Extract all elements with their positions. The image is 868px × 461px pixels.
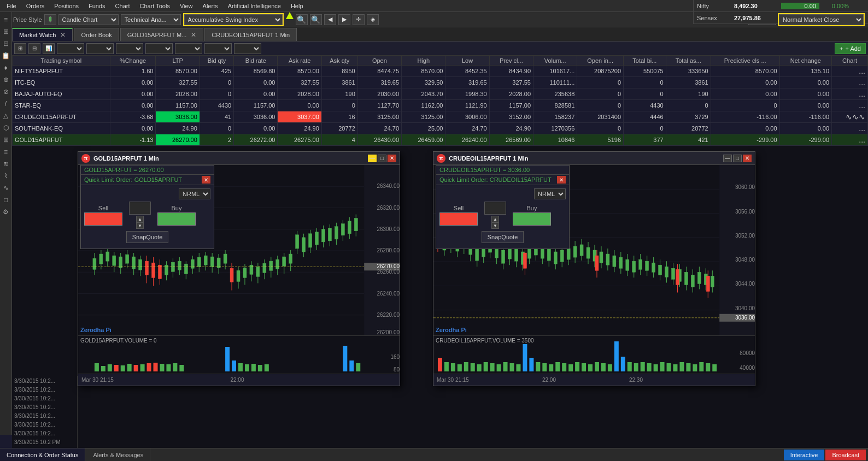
wl-select-5[interactable]: [175, 43, 202, 54]
gold-qty-up[interactable]: ▲: [136, 216, 144, 222]
sidebar-icon-16[interactable]: □: [1, 194, 11, 205]
gold-chart-body: GOLD15APRFUT = 26270.00 Quick Limit Orde…: [78, 165, 400, 386]
wl-btn-3[interactable]: 📊: [43, 43, 55, 54]
crude-chart-maximize-btn[interactable]: □: [733, 155, 742, 162]
crude-qty-down[interactable]: ▼: [491, 222, 499, 229]
menu-funds[interactable]: Funds: [84, 2, 110, 10]
wl-select-6[interactable]: [204, 43, 232, 54]
svg-rect-287: [706, 363, 710, 371]
wl-select-4[interactable]: [145, 43, 173, 54]
crude-snapquote-btn[interactable]: SnapQuote: [482, 231, 524, 243]
sidebar-icon-12[interactable]: ≡: [1, 146, 11, 157]
sidebar-icon-7[interactable]: ⊘: [1, 86, 11, 97]
menu-chart-tools[interactable]: Chart Tools: [135, 2, 174, 10]
table-row[interactable]: SOUTHBANK-EQ0.0024.9000.0024.902077224.7…: [13, 123, 868, 134]
sidebar-icon-1[interactable]: ≡: [1, 14, 11, 25]
tab-market-watch[interactable]: Market Watch ✕: [12, 28, 73, 41]
zoom-out-btn[interactable]: 🔍: [310, 14, 322, 25]
gold-snapquote-btn[interactable]: SnapQuote: [126, 231, 169, 243]
add-symbol-button[interactable]: + + Add: [835, 43, 866, 54]
technical-analysis-select[interactable]: Technical Ana...: [121, 14, 181, 25]
svg-rect-276: [634, 363, 638, 371]
crude-qty-up[interactable]: ▲: [491, 216, 499, 222]
sidebar-icon-15[interactable]: ∿: [1, 182, 11, 193]
menu-positions[interactable]: Positions: [50, 2, 83, 10]
tab-gold[interactable]: GOLD15APRFUT M... ✕: [120, 28, 204, 41]
prev-btn[interactable]: ◀: [324, 14, 336, 25]
broadcast-button[interactable]: Broadcast: [825, 450, 866, 460]
tab-market-watch-close[interactable]: ✕: [60, 31, 66, 39]
crude-qty-input[interactable]: 1: [484, 202, 506, 215]
table-cell: -116.00: [711, 111, 779, 123]
sidebar-icon-2[interactable]: ⊞: [1, 26, 11, 37]
sidebar-icon-17[interactable]: ⚙: [1, 206, 11, 217]
gold-chart-minimize-btn[interactable]: —: [368, 155, 377, 162]
table-cell: 319.65: [357, 77, 401, 88]
svg-rect-18: [113, 256, 116, 265]
interactive-button[interactable]: Interactive: [784, 450, 825, 460]
sidebar-icon-8[interactable]: /: [1, 98, 11, 109]
chart-type-select[interactable]: Candle Chart: [58, 14, 119, 25]
crude-buy-price-input[interactable]: 3037.00: [513, 212, 551, 226]
crude-order-type-select[interactable]: NRML: [534, 188, 566, 199]
table-cell: 8570.00: [402, 66, 445, 77]
col-total-ask: Total as...: [666, 56, 711, 66]
menu-file[interactable]: File: [2, 2, 21, 10]
gold-qty-input[interactable]: 1: [129, 202, 151, 215]
menu-view[interactable]: View: [175, 2, 197, 10]
indicator-select[interactable]: Accumulative Swing Index: [184, 14, 283, 25]
sidebar-icon-5[interactable]: ♦: [1, 62, 11, 73]
svg-text:3060.00: 3060.00: [735, 184, 755, 190]
svg-rect-262: [542, 363, 547, 371]
sidebar-icon-6[interactable]: ⊕: [1, 74, 11, 85]
crude-chart-logo: π: [437, 154, 445, 163]
bottom-tab-connection[interactable]: Connection & Order Status: [0, 448, 85, 462]
tab-order-book[interactable]: Order Book: [74, 28, 119, 41]
wl-btn-2[interactable]: ⊟: [28, 43, 40, 54]
sidebar-icon-11[interactable]: ⊞: [1, 134, 11, 145]
table-row[interactable]: NIFTY15APRFUT1.608570.004258569.808570.0…: [13, 66, 868, 77]
menu-ai[interactable]: Artificial Intelligence: [224, 2, 285, 10]
sidebar-icon-13[interactable]: ≋: [1, 158, 11, 169]
next-btn[interactable]: ▶: [338, 14, 350, 25]
crude-chart-minimize-btn[interactable]: —: [723, 155, 732, 162]
table-cell: 3125.00: [402, 111, 445, 123]
zoom-in-btn[interactable]: 🔍: [296, 14, 308, 25]
magnet-btn[interactable]: ◈: [367, 14, 379, 25]
wl-select-1[interactable]: [57, 43, 84, 54]
gold-chart-close-btn[interactable]: ✕: [388, 155, 396, 162]
menu-alerts[interactable]: Alerts: [198, 2, 222, 10]
crude-chart-close-btn[interactable]: ✕: [743, 155, 752, 162]
sidebar-icon-3[interactable]: ⊟: [1, 38, 11, 49]
gold-buy-price-input[interactable]: 26275.00: [157, 212, 196, 226]
gold-order-type-select[interactable]: NRML: [179, 188, 210, 199]
wl-select-7[interactable]: [234, 43, 261, 54]
gold-chart-maximize-btn[interactable]: □: [378, 155, 386, 162]
table-row[interactable]: BAJAJ-AUTO-EQ0.002028.0000.002028.001902…: [13, 88, 868, 100]
gold-sell-price-input[interactable]: 26272.00: [84, 212, 122, 226]
table-row[interactable]: STAR-EQ0.001157.0044301157.000.0001127.7…: [13, 100, 868, 111]
sidebar-icon-9[interactable]: △: [1, 110, 11, 121]
wl-select-3[interactable]: [116, 43, 143, 54]
bottom-tab-alerts[interactable]: Alerts & Messages: [86, 448, 150, 462]
crude-order-close-btn[interactable]: ✕: [557, 176, 566, 184]
tab-gold-close[interactable]: ✕: [191, 31, 196, 39]
table-row[interactable]: CRUDEOIL15APRFUT-3.683036.00413036.00303…: [13, 111, 868, 123]
table-row[interactable]: GOLD15APRFUT-1.1326270.00226272.0026275.…: [13, 134, 868, 146]
table-row[interactable]: ITC-EQ0.00327.5500.00327.553861319.65329…: [13, 77, 868, 88]
tab-crude[interactable]: CRUDEOIL15APRFUT 1 Min: [204, 28, 297, 41]
gold-qty-down[interactable]: ▼: [136, 222, 144, 229]
menu-orders[interactable]: Orders: [22, 2, 49, 10]
sidebar-icon-10[interactable]: ⬡: [1, 122, 11, 133]
svg-rect-34: [184, 264, 187, 274]
menu-chart[interactable]: Chart: [111, 2, 134, 10]
sidebar-icon-14[interactable]: ⌇: [1, 170, 11, 181]
market-close-select[interactable]: Normal Market Close: [779, 14, 864, 25]
gold-order-close-btn[interactable]: ✕: [202, 176, 210, 184]
crude-sell-price-input[interactable]: 3036.00: [439, 212, 478, 226]
wl-btn-1[interactable]: ⊞: [14, 43, 26, 54]
sidebar-icon-4[interactable]: 📋: [1, 50, 11, 61]
crosshair-btn[interactable]: ✛: [353, 14, 365, 25]
menu-help[interactable]: Help: [286, 2, 308, 10]
wl-select-2[interactable]: [86, 43, 114, 54]
